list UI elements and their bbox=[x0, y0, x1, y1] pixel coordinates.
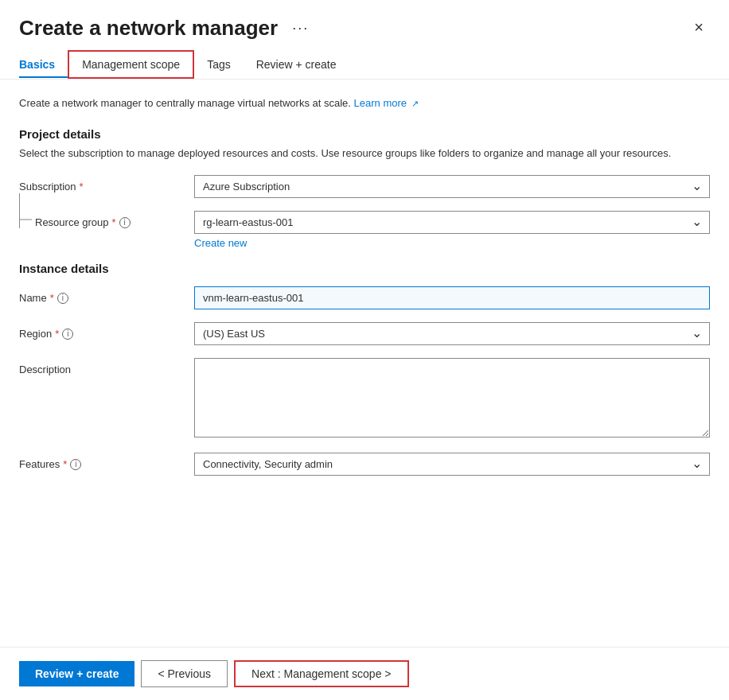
region-select[interactable]: (US) East US bbox=[194, 322, 710, 345]
features-label: Features * i bbox=[19, 453, 194, 470]
instance-details-title: Instance details bbox=[19, 262, 710, 275]
name-row: Name * i bbox=[19, 286, 710, 309]
name-input[interactable] bbox=[194, 286, 710, 309]
resource-group-control: rg-learn-eastus-001 Create new bbox=[194, 211, 710, 249]
create-new-link[interactable]: Create new bbox=[194, 237, 247, 249]
region-select-wrapper: (US) East US bbox=[194, 322, 710, 345]
resource-group-select-wrapper: rg-learn-eastus-001 bbox=[194, 211, 710, 234]
features-required-marker: * bbox=[63, 458, 67, 470]
external-link-icon: ↗ bbox=[411, 97, 419, 111]
next-management-scope-button[interactable]: Next : Management scope > bbox=[234, 660, 409, 687]
review-create-button[interactable]: Review + create bbox=[19, 661, 134, 686]
description-label: Description bbox=[19, 358, 194, 375]
ellipsis-button[interactable]: ··· bbox=[287, 18, 314, 38]
name-control bbox=[194, 286, 710, 309]
region-control: (US) East US bbox=[194, 322, 710, 345]
resource-group-row: Resource group * i rg-learn-eastus-001 C… bbox=[19, 211, 710, 249]
region-required-marker: * bbox=[55, 328, 59, 340]
create-network-manager-dialog: Create a network manager ··· × Basics Ma… bbox=[0, 0, 729, 700]
project-details-desc: Select the subscription to manage deploy… bbox=[19, 146, 710, 161]
subscription-label: Subscription * bbox=[19, 175, 194, 192]
close-button[interactable]: × bbox=[688, 16, 710, 38]
dialog-header: Create a network manager ··· × bbox=[0, 0, 729, 41]
features-row: Features * i Connectivity, Security admi… bbox=[19, 453, 710, 476]
resource-group-info-icon[interactable]: i bbox=[119, 217, 131, 228]
region-info-icon[interactable]: i bbox=[62, 329, 73, 340]
features-select-wrapper: Connectivity, Security admin bbox=[194, 453, 710, 476]
features-select[interactable]: Connectivity, Security admin bbox=[194, 453, 710, 476]
name-label: Name * i bbox=[19, 286, 194, 304]
name-info-icon[interactable]: i bbox=[57, 293, 68, 304]
previous-button[interactable]: < Previous bbox=[141, 660, 228, 687]
resource-group-required-marker: * bbox=[112, 216, 116, 228]
tab-basics[interactable]: Basics bbox=[19, 52, 68, 77]
region-label: Region * i bbox=[19, 322, 194, 340]
title-row: Create a network manager ··· bbox=[19, 16, 314, 41]
subscription-control: Azure Subscription bbox=[194, 175, 710, 198]
subscription-select-wrapper: Azure Subscription bbox=[194, 175, 710, 198]
description-control bbox=[194, 358, 710, 440]
name-required-marker: * bbox=[50, 292, 54, 304]
tab-management-scope[interactable]: Management scope bbox=[68, 50, 194, 79]
subscription-required-marker: * bbox=[80, 181, 84, 192]
dialog-content: Create a network manager to centrally ma… bbox=[0, 80, 729, 647]
features-info-icon[interactable]: i bbox=[70, 459, 81, 470]
dialog-footer: Review + create < Previous Next : Manage… bbox=[0, 647, 729, 700]
project-details-title: Project details bbox=[19, 127, 710, 141]
dialog-title: Create a network manager bbox=[19, 16, 278, 41]
tab-bar: Basics Management scope Tags Review + cr… bbox=[0, 41, 729, 80]
resource-group-label: Resource group * i bbox=[19, 211, 194, 228]
description-row: Description bbox=[19, 358, 710, 440]
subscription-row: Subscription * Azure Subscription bbox=[19, 175, 710, 198]
page-description: Create a network manager to centrally ma… bbox=[19, 95, 710, 111]
learn-more-link[interactable]: Learn more ↗ bbox=[354, 97, 419, 109]
tab-tags[interactable]: Tags bbox=[194, 52, 244, 77]
features-control: Connectivity, Security admin bbox=[194, 453, 710, 476]
tab-review-create[interactable]: Review + create bbox=[244, 52, 349, 77]
subscription-select[interactable]: Azure Subscription bbox=[194, 175, 710, 198]
region-row: Region * i (US) East US bbox=[19, 322, 710, 345]
description-textarea[interactable] bbox=[194, 358, 710, 438]
resource-group-select[interactable]: rg-learn-eastus-001 bbox=[194, 211, 710, 234]
